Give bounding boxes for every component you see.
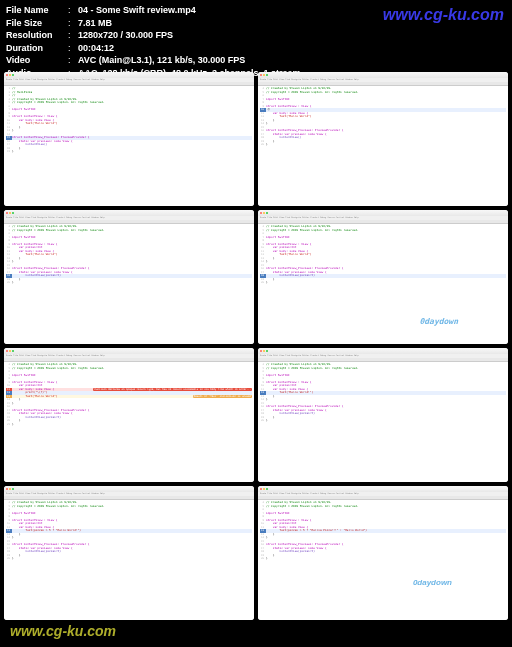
resolution-value: 1280x720 / 30.000 FPS bbox=[78, 29, 173, 42]
thumbnail-grid: Xcode File Edit View Find Navigate Edito… bbox=[0, 68, 512, 624]
code-editor: 4// Created by Steven Lipton on 9/16/19.… bbox=[258, 500, 508, 620]
filesize-value: 7.81 MB bbox=[78, 17, 112, 30]
thumbnail-5: Xcode File Edit View Find Navigate Edito… bbox=[4, 348, 254, 482]
duration-label: Duration bbox=[6, 42, 68, 55]
watermark-top: www.cg-ku.com bbox=[383, 6, 504, 24]
close-icon bbox=[6, 74, 8, 76]
filename-label: File Name bbox=[6, 4, 68, 17]
thumbnail-8: Xcode File Edit View Find Navigate Edito… bbox=[258, 486, 508, 620]
watermark-bottom-right: 0daydown bbox=[413, 578, 452, 587]
watermark-bottom-left: www.cg-ku.com bbox=[10, 623, 116, 639]
code-editor: 4// Created by Steven Lipton on 9/16/19.… bbox=[258, 86, 508, 206]
code-editor: 4// Created by Steven Lipton on 9/16/19.… bbox=[4, 500, 254, 620]
watermark-mid: 0daydown bbox=[419, 317, 458, 326]
video-label: Video bbox=[6, 54, 68, 67]
code-editor: 4// Created by Steven Lipton on 9/16/19.… bbox=[258, 224, 508, 344]
code-editor: 4// Created by Steven Lipton on 9/16/19.… bbox=[4, 224, 254, 344]
thumbnail-1: Xcode File Edit View Find Navigate Edito… bbox=[4, 72, 254, 206]
code-editor: 1// 2// HuliPizza 3// 4// Created by Ste… bbox=[4, 86, 254, 206]
thumbnail-6: Xcode File Edit View Find Navigate Edito… bbox=[258, 348, 508, 482]
video-value: AVC (Main@L3.1), 121 kb/s, 30.000 FPS bbox=[78, 54, 245, 67]
filesize-label: File Size bbox=[6, 17, 68, 30]
resolution-label: Resolution bbox=[6, 29, 68, 42]
thumbnail-3: Xcode File Edit View Find Navigate Edito… bbox=[4, 210, 254, 344]
minimize-icon bbox=[9, 74, 11, 76]
thumbnail-4: Xcode File Edit View Find Navigate Edito… bbox=[258, 210, 508, 344]
zoom-icon bbox=[12, 74, 14, 76]
thumbnail-2: Xcode File Edit View Find Navigate Edito… bbox=[258, 72, 508, 206]
code-editor: 4// Created by Steven Lipton on 9/16/19.… bbox=[258, 362, 508, 482]
code-editor: 4// Created by Steven Lipton on 9/16/19.… bbox=[4, 362, 254, 482]
duration-value: 00:04:12 bbox=[78, 42, 114, 55]
thumbnail-7: Xcode File Edit View Find Navigate Edito… bbox=[4, 486, 254, 620]
filename-value: 04 - Some Swift review.mp4 bbox=[78, 4, 196, 17]
